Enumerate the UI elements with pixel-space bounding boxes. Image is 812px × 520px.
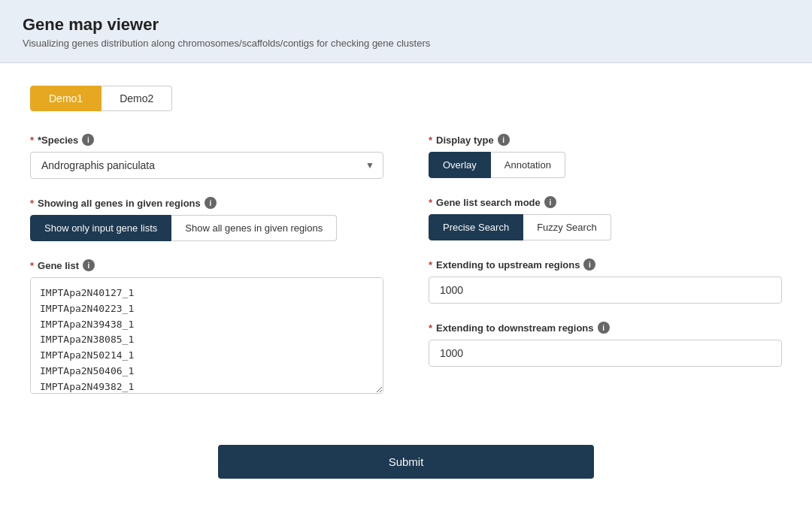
showing-genes-section: *Showing all genes in given regions i Sh…: [30, 197, 383, 241]
extending-downstream-info-icon[interactable]: i: [598, 322, 610, 334]
display-type-info-icon[interactable]: i: [498, 134, 510, 146]
gene-list-search-mode-label: *Gene list search mode i: [429, 196, 782, 208]
show-only-input-gene-lists-button[interactable]: Show only input gene lists: [30, 215, 171, 241]
fuzzy-search-button[interactable]: Fuzzy Search: [523, 214, 611, 240]
species-label: **Species i: [30, 134, 383, 146]
page-header: Gene map viewer Visualizing genes distri…: [0, 0, 812, 63]
main-content: Demo1 Demo2 **Species i Andrographis pan…: [0, 63, 812, 520]
species-select-wrapper: Andrographis paniculata ▼: [30, 152, 383, 179]
right-column: *Display type i Overlay Annotation *Gene…: [429, 134, 782, 415]
gene-list-label: *Gene list i: [30, 259, 383, 271]
extending-upstream-info-icon[interactable]: i: [583, 258, 595, 271]
extending-upstream-label: *Extending to upstream regions i: [429, 258, 782, 271]
submit-section: Submit: [30, 445, 782, 494]
gene-list-search-mode-info-icon[interactable]: i: [544, 196, 556, 208]
display-type-label: *Display type i: [429, 134, 782, 146]
left-column: **Species i Andrographis paniculata ▼ *S…: [30, 134, 383, 415]
page-title: Gene map viewer: [23, 15, 789, 35]
submit-button[interactable]: Submit: [218, 445, 594, 479]
tab-group: Demo1 Demo2: [30, 86, 782, 111]
extending-upstream-input[interactable]: [429, 277, 782, 304]
gene-list-section: *Gene list i IMPTApa2N40127_1 IMPTApa2N4…: [30, 259, 383, 397]
gene-list-info-icon[interactable]: i: [83, 259, 95, 271]
show-all-genes-button[interactable]: Show all genes in given regions: [171, 215, 337, 241]
display-type-section: *Display type i Overlay Annotation: [429, 134, 782, 178]
form-grid: **Species i Andrographis paniculata ▼ *S…: [30, 134, 782, 415]
gene-list-search-mode-section: *Gene list search mode i Precise Search …: [429, 196, 782, 240]
species-info-icon[interactable]: i: [82, 134, 94, 146]
extending-upstream-section: *Extending to upstream regions i: [429, 258, 782, 304]
precise-search-button[interactable]: Precise Search: [429, 214, 523, 240]
extending-downstream-section: *Extending to downstream regions i: [429, 322, 782, 367]
showing-genes-label: *Showing all genes in given regions i: [30, 197, 383, 209]
showing-genes-toggle-group: Show only input gene lists Show all gene…: [30, 215, 383, 241]
extending-downstream-input[interactable]: [429, 340, 782, 367]
showing-genes-info-icon[interactable]: i: [205, 197, 217, 209]
page-subtitle: Visualizing genes distribution along chr…: [23, 38, 789, 49]
search-mode-toggle-group: Precise Search Fuzzy Search: [429, 214, 782, 240]
species-section: **Species i Andrographis paniculata ▼: [30, 134, 383, 179]
extending-downstream-label: *Extending to downstream regions i: [429, 322, 782, 334]
tab-demo2[interactable]: Demo2: [102, 86, 172, 111]
overlay-button[interactable]: Overlay: [429, 152, 491, 178]
annotation-button[interactable]: Annotation: [491, 152, 565, 178]
display-type-toggle-group: Overlay Annotation: [429, 152, 782, 178]
tab-demo1[interactable]: Demo1: [30, 86, 102, 111]
species-select[interactable]: Andrographis paniculata: [30, 152, 383, 179]
gene-list-textarea[interactable]: IMPTApa2N40127_1 IMPTApa2N40223_1 IMPTAp…: [30, 277, 383, 394]
